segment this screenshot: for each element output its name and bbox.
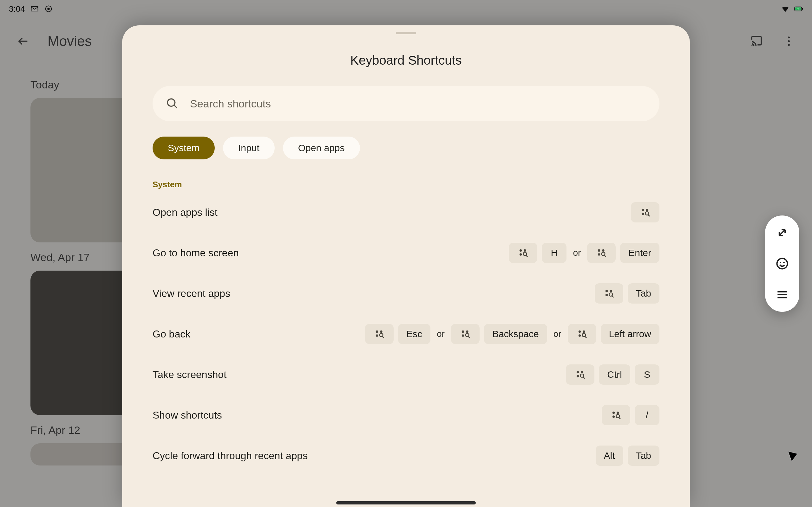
tab-open-apps[interactable]: Open apps	[283, 136, 360, 159]
svg-line-18	[526, 255, 527, 257]
svg-point-2	[788, 40, 790, 42]
drag-handle[interactable]	[396, 32, 416, 34]
meta-key-icon	[602, 405, 630, 425]
shortcut-keys: Hor Enter	[509, 243, 659, 263]
more-button[interactable]	[781, 33, 797, 49]
gmail-icon	[30, 4, 39, 13]
svg-line-38	[468, 336, 469, 338]
shortcut-label: Cycle forward through recent apps	[153, 450, 596, 462]
svg-point-24	[605, 290, 607, 292]
shortcut-label: Open apps list	[153, 207, 631, 218]
svg-line-33	[382, 336, 384, 338]
shortcut-row: Open apps list	[153, 192, 659, 233]
svg-point-51	[612, 415, 615, 418]
shortcut-keys: /	[602, 405, 659, 425]
battery-charging-icon	[794, 4, 803, 13]
emoji-icon	[775, 257, 789, 271]
search-input[interactable]	[190, 98, 646, 110]
floating-toolbar	[765, 216, 799, 312]
key-cap: Left arrow	[601, 324, 659, 344]
meta-key-icon	[595, 283, 623, 303]
tab-system[interactable]: System	[153, 136, 215, 159]
svg-point-54	[777, 259, 788, 269]
svg-point-39	[578, 331, 580, 333]
meta-key-icon	[568, 324, 596, 344]
meta-key-icon	[509, 243, 537, 263]
svg-point-34	[462, 331, 464, 333]
section-heading: System	[153, 180, 659, 189]
shortcut-label: Go to home screen	[153, 247, 509, 259]
svg-line-23	[604, 255, 606, 257]
key-cap: Esc	[398, 324, 430, 344]
svg-point-41	[578, 334, 580, 337]
svg-point-0	[751, 45, 752, 46]
wifi-icon	[781, 4, 790, 13]
svg-point-35	[466, 331, 468, 333]
svg-point-5	[47, 8, 49, 10]
svg-point-10	[646, 209, 648, 211]
svg-point-50	[617, 412, 619, 414]
svg-point-45	[581, 371, 583, 373]
search-field[interactable]	[153, 86, 659, 121]
menu-button[interactable]	[774, 286, 791, 303]
shortcut-keys	[631, 202, 659, 222]
key-cap: H	[542, 243, 566, 263]
expand-button[interactable]	[774, 224, 791, 241]
svg-line-53	[619, 417, 620, 419]
svg-point-9	[642, 209, 644, 211]
shortcut-keys: Tab	[595, 283, 659, 303]
svg-point-11	[642, 213, 644, 215]
shortcut-row: Take screenshot CtrlS	[153, 354, 659, 395]
svg-rect-8	[802, 8, 803, 10]
key-cap: Tab	[628, 283, 659, 303]
svg-point-20	[602, 249, 604, 251]
svg-point-15	[524, 249, 526, 251]
shortcut-label: Take screenshot	[153, 369, 566, 381]
shortcut-keys: Escor Backspaceor Left arrow	[365, 324, 659, 344]
cast-icon	[750, 35, 763, 48]
svg-point-19	[598, 249, 600, 251]
key-cap: Tab	[628, 446, 659, 466]
gesture-nav-bar[interactable]	[336, 501, 476, 504]
svg-point-3	[788, 44, 790, 46]
status-clock: 3:04	[9, 4, 25, 14]
tab-input[interactable]: Input	[223, 136, 275, 159]
shortcut-row: Go back Escor Backspaceor Left arrow	[153, 314, 659, 354]
meta-key-icon	[587, 243, 616, 263]
keyboard-shortcuts-sheet: Keyboard Shortcuts System Input Open app…	[122, 25, 690, 507]
svg-point-16	[519, 253, 522, 256]
or-separator: or	[571, 248, 583, 258]
shortcuts-list[interactable]: System Open apps list Go to home screen …	[122, 173, 690, 501]
shortcut-label: Show shortcuts	[153, 409, 602, 421]
svg-point-40	[583, 331, 585, 333]
svg-line-48	[583, 377, 585, 378]
key-cap: Alt	[596, 446, 623, 466]
shortcut-label: Go back	[153, 328, 365, 340]
shortcut-keys: AltTab	[596, 446, 659, 466]
key-cap: /	[635, 405, 659, 425]
shortcut-label: View recent apps	[153, 288, 595, 299]
meta-key-icon	[365, 324, 394, 344]
shortcut-row: Show shortcuts /	[153, 395, 659, 435]
status-bar: 3:04	[0, 0, 812, 18]
svg-point-30	[380, 331, 382, 333]
page-title: Movies	[48, 33, 92, 49]
svg-point-14	[519, 249, 522, 251]
svg-point-21	[598, 253, 600, 256]
arrow-back-icon	[17, 35, 30, 48]
key-cap: Backspace	[484, 324, 547, 344]
emoji-button[interactable]	[774, 256, 791, 272]
svg-point-36	[462, 334, 464, 337]
or-separator: or	[552, 329, 563, 339]
back-button[interactable]	[15, 33, 31, 49]
cast-button[interactable]	[749, 33, 764, 49]
shortcut-row: Go to home screen Hor Enter	[153, 233, 659, 273]
svg-line-43	[585, 336, 586, 338]
svg-point-31	[376, 334, 378, 337]
key-cap: S	[635, 364, 659, 385]
search-icon	[166, 97, 179, 110]
more-vert-icon	[782, 35, 795, 48]
sheet-title: Keyboard Shortcuts	[122, 53, 690, 67]
meta-key-icon	[631, 202, 659, 222]
expand-icon	[775, 226, 789, 239]
